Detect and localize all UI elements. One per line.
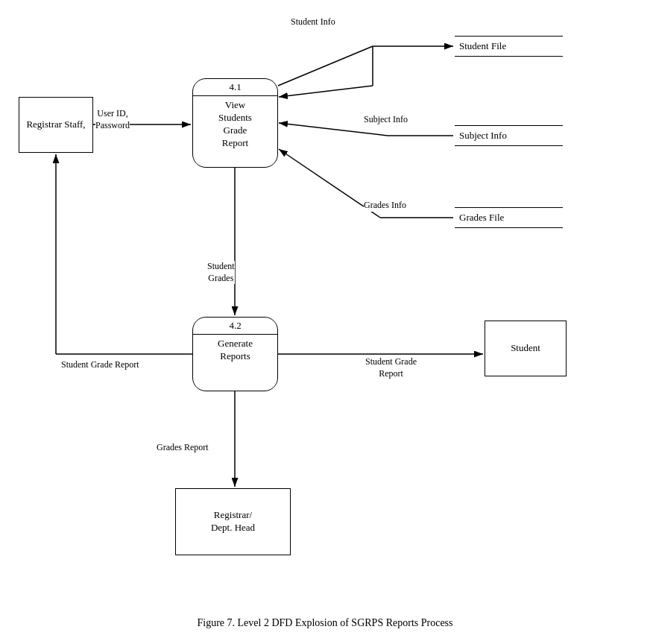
entity-student-label: Student <box>511 342 540 355</box>
entity-registrar-staff-label: Registrar Staff, <box>26 119 85 131</box>
datastore-grades-file-label: Grades File <box>459 212 504 224</box>
entity-registrar-dept-label: Registrar/Dept. Head <box>211 509 255 534</box>
process-42-number: 4.2 <box>193 318 277 335</box>
label-userid-password: User ID,Password <box>95 108 130 131</box>
datastore-subject-info: Subject Info <box>455 125 563 146</box>
svg-line-6 <box>279 86 373 97</box>
figure-caption: Figure 7. Level 2 DFD Explosion of SGRPS… <box>0 611 650 635</box>
entity-student: Student <box>485 321 567 376</box>
datastore-subject-info-label: Subject Info <box>459 130 507 142</box>
label-student-grade-report-right: Student GradeReport <box>365 356 417 379</box>
label-student-info: Student Info <box>291 16 335 28</box>
label-grades-report: Grades Report <box>157 442 209 454</box>
process-41: 4.1 ViewStudentsGradeReport <box>192 78 278 168</box>
datastore-student-file: Student File <box>455 36 563 57</box>
svg-line-3 <box>278 46 373 86</box>
diagram-container: 4.1 ViewStudentsGradeReport 4.2 Generate… <box>0 0 650 611</box>
entity-registrar-dept: Registrar/Dept. Head <box>175 488 291 555</box>
entity-registrar-staff: Registrar Staff, <box>19 97 93 153</box>
process-41-label: ViewStudentsGradeReport <box>214 96 256 153</box>
datastore-student-file-label: Student File <box>459 40 506 52</box>
process-41-number: 4.1 <box>193 79 277 96</box>
label-student-grades: StudentGrades <box>207 261 235 284</box>
arrows-svg <box>0 0 650 611</box>
process-42: 4.2 GenerateReports <box>192 317 278 391</box>
process-42-label: GenerateReports <box>213 335 257 366</box>
datastore-grades-file: Grades File <box>455 207 563 228</box>
label-subject-info-flow: Subject Info <box>364 114 408 126</box>
label-grades-info: Grades Info <box>364 200 406 212</box>
label-student-grade-report-left: Student Grade Report <box>61 359 139 371</box>
